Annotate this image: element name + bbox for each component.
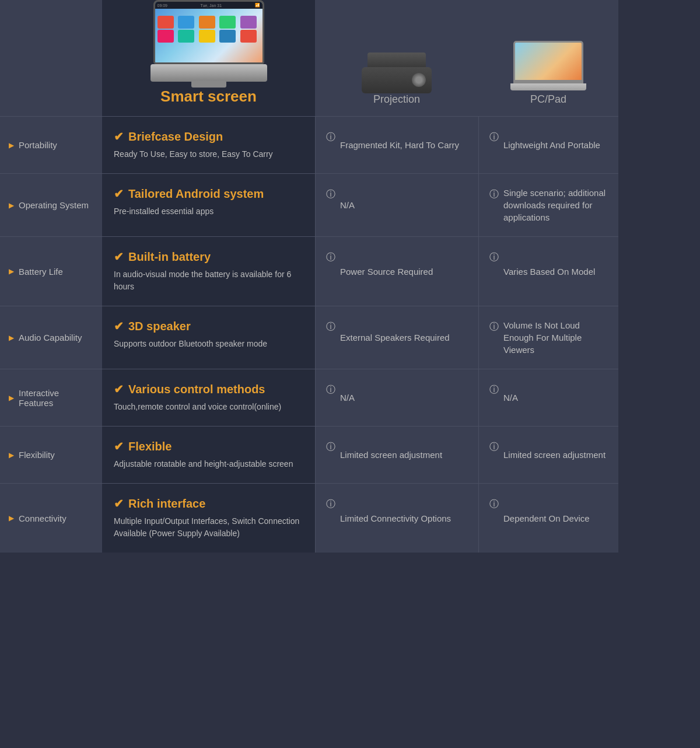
projection-label: Projection — [373, 93, 420, 106]
check-icon-1: ✔ — [114, 187, 124, 201]
check-icon-4: ✔ — [114, 382, 124, 396]
warn-icon-proj-1: ⓘ — [326, 188, 335, 201]
app-icon — [178, 30, 194, 43]
row-label-4: ▶ Interactive Features — [0, 369, 102, 426]
row-label-3: ▶ Audio Capability — [0, 306, 102, 369]
row-label-text-3: Audio Capability — [19, 333, 82, 342]
smart-title-text-1: Tailored Android system — [128, 187, 264, 201]
row-label-text-1: Operating System — [19, 200, 89, 210]
pcpad-label: PC/Pad — [530, 93, 566, 106]
header-smart-screen: 09:09 Tue, Jan 31 📶 — [102, 0, 315, 116]
pcpad-text-2: Varies Based On Model — [503, 265, 595, 278]
warn-icon-pcpad-3: ⓘ — [489, 320, 499, 333]
row-label-1: ▶ Operating System — [0, 174, 102, 236]
data-row-3: ▶ Audio Capability ✔ 3D speaker Supports… — [0, 306, 618, 369]
warn-icon-pcpad-6: ⓘ — [489, 498, 499, 511]
cell-pcpad-0: ⓘ Lightweight And Portable — [478, 117, 618, 173]
smart-base — [150, 64, 267, 82]
arrow-icon-0: ▶ — [9, 141, 14, 149]
smart-desc-2: In audio-visual mode the battery is avai… — [114, 268, 303, 293]
cell-smart-3: ✔ 3D speaker Supports outdoor Bluetooth … — [102, 306, 315, 369]
warn-icon-pcpad-4: ⓘ — [489, 383, 499, 396]
pcpad-text-3: Volume Is Not Loud Enough For Multiple V… — [503, 319, 608, 356]
smart-device-image: 09:09 Tue, Jan 31 📶 — [150, 0, 267, 88]
cell-pcpad-1: ⓘ Single scenario; additional downloads … — [478, 174, 618, 236]
smart-desc-3: Supports outdoor Bluetooth speaker mode — [114, 338, 303, 350]
cell-smart-4: ✔ Various control methods Touch,remote c… — [102, 369, 315, 426]
data-row-6: ▶ Connectivity ✔ Rich interface Multiple… — [0, 483, 618, 553]
arrow-icon-2: ▶ — [9, 267, 14, 275]
smart-desc-1: Pre-installed essential apps — [114, 205, 303, 218]
warn-icon-pcpad-0: ⓘ — [489, 131, 499, 144]
pcpad-text-4: N/A — [503, 392, 518, 404]
check-icon-0: ✔ — [114, 130, 124, 144]
check-icon-6: ✔ — [114, 497, 124, 511]
cell-pcpad-3: ⓘ Volume Is Not Loud Enough For Multiple… — [478, 306, 618, 369]
smart-title-text-6: Rich interface — [128, 497, 205, 511]
smart-title-6: ✔ Rich interface — [114, 497, 303, 511]
smart-desc-5: Adjustable rotatable and height-adjustab… — [114, 458, 303, 470]
row-label-text-6: Connectivity — [19, 513, 66, 523]
header-pcpad: PC/Pad — [478, 0, 618, 116]
pcpad-text-5: Limited screen adjustment — [503, 449, 606, 461]
cell-smart-5: ✔ Flexible Adjustable rotatable and heig… — [102, 427, 315, 483]
data-row-2: ▶ Battery Life ✔ Built-in battery In aud… — [0, 236, 618, 306]
row-label-2: ▶ Battery Life — [0, 237, 102, 306]
smart-title-text-0: Briefcase Design — [128, 130, 223, 144]
pcpad-text-0: Lightweight And Portable — [503, 139, 600, 151]
smart-title-text-4: Various control methods — [128, 383, 265, 396]
arrow-icon-3: ▶ — [9, 334, 14, 342]
smart-title-2: ✔ Built-in battery — [114, 250, 303, 264]
warn-icon-proj-0: ⓘ — [326, 131, 335, 144]
data-row-4: ▶ Interactive Features ✔ Various control… — [0, 369, 618, 426]
arrow-icon-4: ▶ — [9, 394, 14, 402]
projection-text-3: External Speakers Required — [340, 331, 450, 344]
projection-text-5: Limited screen adjustment — [340, 449, 442, 461]
app-icon — [199, 30, 215, 43]
header-projection: Projection — [315, 0, 478, 116]
warn-icon-pcpad-2: ⓘ — [489, 251, 499, 264]
warn-icon-proj-5: ⓘ — [326, 441, 335, 453]
projection-text-4: N/A — [340, 392, 355, 404]
smart-desc-0: Ready To Use, Easy to store, Easy To Car… — [114, 148, 303, 160]
smart-title-text-2: Built-in battery — [128, 250, 211, 264]
cell-projection-4: ⓘ N/A — [315, 369, 478, 426]
comparison-table: 09:09 Tue, Jan 31 📶 — [0, 0, 618, 553]
app-icon — [158, 30, 174, 43]
arrow-icon-5: ▶ — [9, 451, 14, 459]
check-icon-3: ✔ — [114, 319, 124, 333]
data-row-0: ▶ Portability ✔ Briefcase Design Ready T… — [0, 116, 618, 173]
arrow-icon-6: ▶ — [9, 514, 14, 522]
row-label-5: ▶ Flexibility — [0, 427, 102, 483]
projector-body — [362, 67, 432, 93]
app-icon — [240, 30, 257, 43]
rows-container: ▶ Portability ✔ Briefcase Design Ready T… — [0, 116, 618, 553]
app-icon — [178, 16, 194, 29]
row-label-0: ▶ Portability — [0, 117, 102, 173]
app-icon — [219, 30, 236, 43]
app-icon — [199, 16, 215, 29]
app-grid — [155, 9, 262, 45]
check-icon-5: ✔ — [114, 439, 124, 453]
projector-lens — [412, 73, 426, 87]
cell-smart-6: ✔ Rich interface Multiple Input/Output I… — [102, 484, 315, 553]
smart-title-text-5: Flexible — [128, 440, 172, 453]
header-empty-cell — [0, 0, 102, 116]
smart-title-0: ✔ Briefcase Design — [114, 130, 303, 144]
projection-device-image — [359, 53, 435, 93]
warn-icon-proj-6: ⓘ — [326, 498, 335, 511]
app-icon — [240, 16, 257, 29]
pcpad-text-1: Single scenario; additional downloads re… — [503, 187, 608, 223]
cell-smart-0: ✔ Briefcase Design Ready To Use, Easy to… — [102, 117, 315, 173]
pcpad-device-image — [510, 41, 586, 93]
warn-icon-proj-3: ⓘ — [326, 320, 335, 333]
smart-stand — [191, 81, 226, 88]
data-row-5: ▶ Flexibility ✔ Flexible Adjustable rota… — [0, 426, 618, 483]
cell-smart-1: ✔ Tailored Android system Pre-installed … — [102, 174, 315, 236]
check-icon-2: ✔ — [114, 250, 124, 264]
row-label-text-4: Interactive Features — [19, 388, 93, 408]
cell-projection-2: ⓘ Power Source Required — [315, 237, 478, 306]
cell-pcpad-4: ⓘ N/A — [478, 369, 618, 426]
data-row-1: ▶ Operating System ✔ Tailored Android sy… — [0, 173, 618, 236]
status-bar: 09:09 Tue, Jan 31 📶 — [155, 2, 262, 9]
